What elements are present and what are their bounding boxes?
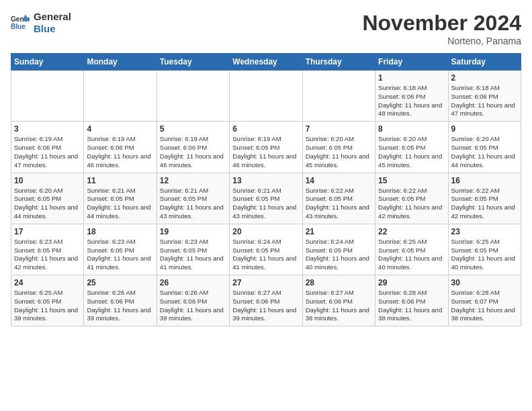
weekday-header-row: SundayMondayTuesdayWednesdayThursdayFrid… xyxy=(11,54,521,71)
day-info: Sunrise: 6:21 AM Sunset: 6:05 PM Dayligh… xyxy=(87,187,153,221)
day-info: Sunrise: 6:19 AM Sunset: 6:05 PM Dayligh… xyxy=(232,135,299,169)
day-info: Sunrise: 6:20 AM Sunset: 6:05 PM Dayligh… xyxy=(14,187,81,221)
day-number: 28 xyxy=(306,278,372,287)
calendar-cell: 2Sunrise: 6:18 AM Sunset: 6:06 PM Daylig… xyxy=(448,71,521,122)
day-info: Sunrise: 6:27 AM Sunset: 6:06 PM Dayligh… xyxy=(232,289,299,323)
day-number: 26 xyxy=(160,278,226,287)
logo: General Blue General Blue xyxy=(11,11,71,35)
calendar-cell: 13Sunrise: 6:21 AM Sunset: 6:05 PM Dayli… xyxy=(230,173,302,224)
day-info: Sunrise: 6:22 AM Sunset: 6:05 PM Dayligh… xyxy=(378,187,445,221)
calendar-cell: 23Sunrise: 6:25 AM Sunset: 6:05 PM Dayli… xyxy=(448,224,521,275)
day-info: Sunrise: 6:20 AM Sunset: 6:05 PM Dayligh… xyxy=(306,135,372,169)
week-row-5: 24Sunrise: 6:25 AM Sunset: 6:05 PM Dayli… xyxy=(11,275,521,326)
calendar-cell: 9Sunrise: 6:20 AM Sunset: 6:05 PM Daylig… xyxy=(448,122,521,173)
day-info: Sunrise: 6:19 AM Sunset: 6:06 PM Dayligh… xyxy=(14,135,81,169)
day-info: Sunrise: 6:26 AM Sunset: 6:06 PM Dayligh… xyxy=(160,289,226,323)
calendar-cell: 19Sunrise: 6:23 AM Sunset: 6:05 PM Dayli… xyxy=(157,224,229,275)
day-info: Sunrise: 6:22 AM Sunset: 6:05 PM Dayligh… xyxy=(306,187,372,221)
day-number: 10 xyxy=(14,176,81,185)
day-info: Sunrise: 6:25 AM Sunset: 6:05 PM Dayligh… xyxy=(451,238,518,272)
day-info: Sunrise: 6:26 AM Sunset: 6:06 PM Dayligh… xyxy=(87,289,153,323)
day-number: 17 xyxy=(14,227,81,236)
day-number: 5 xyxy=(160,124,226,134)
calendar-cell: 7Sunrise: 6:20 AM Sunset: 6:05 PM Daylig… xyxy=(302,122,375,173)
day-number: 12 xyxy=(160,176,226,185)
day-number: 2 xyxy=(451,73,518,83)
week-row-2: 3Sunrise: 6:19 AM Sunset: 6:06 PM Daylig… xyxy=(11,122,521,173)
calendar-cell: 24Sunrise: 6:25 AM Sunset: 6:05 PM Dayli… xyxy=(11,275,84,326)
day-number: 15 xyxy=(378,176,445,185)
day-info: Sunrise: 6:21 AM Sunset: 6:05 PM Dayligh… xyxy=(160,187,226,221)
weekday-header-tuesday: Tuesday xyxy=(157,54,229,71)
week-row-4: 17Sunrise: 6:23 AM Sunset: 6:05 PM Dayli… xyxy=(11,224,521,275)
day-number: 22 xyxy=(378,227,445,236)
day-number: 19 xyxy=(160,227,226,236)
calendar-cell: 4Sunrise: 6:19 AM Sunset: 6:06 PM Daylig… xyxy=(84,122,157,173)
calendar-cell: 11Sunrise: 6:21 AM Sunset: 6:05 PM Dayli… xyxy=(84,173,157,224)
day-info: Sunrise: 6:21 AM Sunset: 6:05 PM Dayligh… xyxy=(232,187,299,221)
day-number: 29 xyxy=(378,278,445,287)
day-info: Sunrise: 6:28 AM Sunset: 6:06 PM Dayligh… xyxy=(378,289,445,323)
day-number: 4 xyxy=(87,124,153,134)
month-title: November 2024 xyxy=(362,11,521,36)
calendar-cell: 20Sunrise: 6:24 AM Sunset: 6:05 PM Dayli… xyxy=(230,224,302,275)
day-info: Sunrise: 6:22 AM Sunset: 6:05 PM Dayligh… xyxy=(451,187,518,221)
title-area: November 2024 Norteno, Panama xyxy=(362,11,521,46)
day-info: Sunrise: 6:23 AM Sunset: 6:05 PM Dayligh… xyxy=(14,238,81,272)
day-info: Sunrise: 6:23 AM Sunset: 6:05 PM Dayligh… xyxy=(87,238,153,272)
day-number: 1 xyxy=(378,73,445,83)
calendar-table: SundayMondayTuesdayWednesdayThursdayFrid… xyxy=(11,53,521,326)
day-number: 27 xyxy=(232,278,299,287)
weekday-header-sunday: Sunday xyxy=(11,54,84,71)
calendar-cell: 12Sunrise: 6:21 AM Sunset: 6:05 PM Dayli… xyxy=(157,173,229,224)
logo-blue: Blue xyxy=(34,23,71,35)
day-number: 13 xyxy=(232,176,299,185)
calendar-cell: 29Sunrise: 6:28 AM Sunset: 6:06 PM Dayli… xyxy=(375,275,448,326)
day-number: 30 xyxy=(451,278,518,287)
calendar-cell xyxy=(302,71,375,122)
calendar-cell xyxy=(11,71,84,122)
calendar-cell: 6Sunrise: 6:19 AM Sunset: 6:05 PM Daylig… xyxy=(230,122,302,173)
day-info: Sunrise: 6:23 AM Sunset: 6:05 PM Dayligh… xyxy=(160,238,226,272)
calendar-cell: 14Sunrise: 6:22 AM Sunset: 6:05 PM Dayli… xyxy=(302,173,375,224)
location-subtitle: Norteno, Panama xyxy=(362,36,521,46)
calendar-header: SundayMondayTuesdayWednesdayThursdayFrid… xyxy=(11,54,521,71)
calendar-cell: 5Sunrise: 6:19 AM Sunset: 6:06 PM Daylig… xyxy=(157,122,229,173)
day-number: 18 xyxy=(87,227,153,236)
week-row-1: 1Sunrise: 6:18 AM Sunset: 6:06 PM Daylig… xyxy=(11,71,521,122)
day-info: Sunrise: 6:18 AM Sunset: 6:06 PM Dayligh… xyxy=(451,84,518,118)
day-info: Sunrise: 6:28 AM Sunset: 6:07 PM Dayligh… xyxy=(451,289,518,323)
week-row-3: 10Sunrise: 6:20 AM Sunset: 6:05 PM Dayli… xyxy=(11,173,521,224)
calendar-cell: 27Sunrise: 6:27 AM Sunset: 6:06 PM Dayli… xyxy=(230,275,302,326)
calendar-body: 1Sunrise: 6:18 AM Sunset: 6:06 PM Daylig… xyxy=(11,71,521,326)
day-number: 7 xyxy=(306,124,372,134)
calendar-cell xyxy=(230,71,302,122)
calendar-cell: 17Sunrise: 6:23 AM Sunset: 6:05 PM Dayli… xyxy=(11,224,84,275)
day-number: 8 xyxy=(378,124,445,134)
weekday-header-friday: Friday xyxy=(375,54,448,71)
day-number: 11 xyxy=(87,176,153,185)
calendar-cell: 1Sunrise: 6:18 AM Sunset: 6:06 PM Daylig… xyxy=(375,71,448,122)
calendar-cell: 8Sunrise: 6:20 AM Sunset: 6:05 PM Daylig… xyxy=(375,122,448,173)
calendar-cell xyxy=(157,71,229,122)
day-info: Sunrise: 6:18 AM Sunset: 6:06 PM Dayligh… xyxy=(378,84,445,118)
weekday-header-thursday: Thursday xyxy=(302,54,375,71)
day-info: Sunrise: 6:19 AM Sunset: 6:06 PM Dayligh… xyxy=(160,135,226,169)
header: General Blue General Blue November 2024 … xyxy=(11,11,521,46)
day-info: Sunrise: 6:19 AM Sunset: 6:06 PM Dayligh… xyxy=(87,135,153,169)
day-info: Sunrise: 6:25 AM Sunset: 6:05 PM Dayligh… xyxy=(378,238,445,272)
calendar-cell: 15Sunrise: 6:22 AM Sunset: 6:05 PM Dayli… xyxy=(375,173,448,224)
day-number: 6 xyxy=(232,124,299,134)
day-number: 3 xyxy=(14,124,81,134)
day-number: 20 xyxy=(232,227,299,236)
day-info: Sunrise: 6:24 AM Sunset: 6:05 PM Dayligh… xyxy=(232,238,299,272)
calendar-cell: 21Sunrise: 6:24 AM Sunset: 6:05 PM Dayli… xyxy=(302,224,375,275)
day-info: Sunrise: 6:27 AM Sunset: 6:06 PM Dayligh… xyxy=(306,289,372,323)
calendar-cell: 28Sunrise: 6:27 AM Sunset: 6:06 PM Dayli… xyxy=(302,275,375,326)
day-info: Sunrise: 6:20 AM Sunset: 6:05 PM Dayligh… xyxy=(451,135,518,169)
day-number: 21 xyxy=(306,227,372,236)
day-number: 24 xyxy=(14,278,81,287)
calendar-cell: 3Sunrise: 6:19 AM Sunset: 6:06 PM Daylig… xyxy=(11,122,84,173)
day-number: 9 xyxy=(451,124,518,134)
calendar-cell: 25Sunrise: 6:26 AM Sunset: 6:06 PM Dayli… xyxy=(84,275,157,326)
